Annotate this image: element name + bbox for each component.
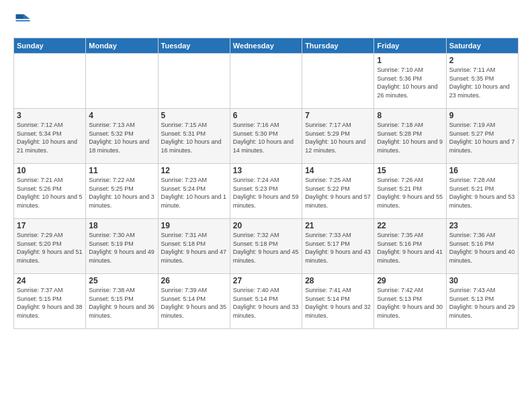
day-info: Sunrise: 7:36 AM Sunset: 5:16 PM Dayligh… bbox=[449, 231, 515, 265]
day-number: 22 bbox=[377, 221, 443, 230]
calendar-day-cell: 30Sunrise: 7:43 AM Sunset: 5:13 PM Dayli… bbox=[446, 274, 518, 329]
day-number: 19 bbox=[161, 221, 227, 230]
calendar-day-cell: 24Sunrise: 7:37 AM Sunset: 5:15 PM Dayli… bbox=[14, 274, 86, 329]
calendar-day-cell: 16Sunrise: 7:28 AM Sunset: 5:21 PM Dayli… bbox=[446, 164, 518, 219]
calendar-week-row: 24Sunrise: 7:37 AM Sunset: 5:15 PM Dayli… bbox=[14, 274, 519, 329]
day-info: Sunrise: 7:24 AM Sunset: 5:23 PM Dayligh… bbox=[233, 176, 299, 210]
day-number: 10 bbox=[17, 166, 83, 175]
day-number: 8 bbox=[377, 111, 443, 120]
calendar-day-cell bbox=[158, 54, 230, 109]
calendar-body: 1Sunrise: 7:10 AM Sunset: 5:36 PM Daylig… bbox=[14, 54, 519, 329]
header bbox=[13, 11, 519, 30]
day-number: 29 bbox=[377, 276, 443, 285]
day-info: Sunrise: 7:29 AM Sunset: 5:20 PM Dayligh… bbox=[17, 231, 83, 265]
calendar-day-cell: 27Sunrise: 7:40 AM Sunset: 5:14 PM Dayli… bbox=[230, 274, 302, 329]
calendar-day-cell: 19Sunrise: 7:31 AM Sunset: 5:18 PM Dayli… bbox=[158, 219, 230, 274]
day-number: 30 bbox=[449, 276, 515, 285]
calendar-day-cell: 23Sunrise: 7:36 AM Sunset: 5:16 PM Dayli… bbox=[446, 219, 518, 274]
day-number: 7 bbox=[305, 111, 371, 120]
day-info: Sunrise: 7:26 AM Sunset: 5:21 PM Dayligh… bbox=[377, 176, 443, 210]
calendar-day-cell: 10Sunrise: 7:21 AM Sunset: 5:26 PM Dayli… bbox=[14, 164, 86, 219]
day-number: 6 bbox=[233, 111, 299, 120]
day-info: Sunrise: 7:18 AM Sunset: 5:28 PM Dayligh… bbox=[377, 121, 443, 154]
calendar-day-cell: 26Sunrise: 7:39 AM Sunset: 5:14 PM Dayli… bbox=[158, 274, 230, 329]
calendar-week-row: 10Sunrise: 7:21 AM Sunset: 5:26 PM Dayli… bbox=[14, 164, 519, 219]
day-info: Sunrise: 7:17 AM Sunset: 5:29 PM Dayligh… bbox=[305, 121, 371, 154]
day-info: Sunrise: 7:35 AM Sunset: 5:16 PM Dayligh… bbox=[377, 231, 443, 265]
day-info: Sunrise: 7:37 AM Sunset: 5:15 PM Dayligh… bbox=[17, 286, 83, 320]
day-number: 4 bbox=[89, 111, 154, 120]
day-info: Sunrise: 7:13 AM Sunset: 5:32 PM Dayligh… bbox=[89, 121, 154, 154]
svg-rect-2 bbox=[16, 14, 24, 19]
logo-icon bbox=[13, 11, 32, 30]
day-number: 11 bbox=[89, 166, 154, 175]
day-number: 27 bbox=[233, 276, 299, 285]
calendar-day-cell bbox=[14, 54, 86, 109]
day-number: 21 bbox=[305, 221, 371, 230]
day-number: 18 bbox=[89, 221, 154, 230]
calendar-day-cell: 12Sunrise: 7:23 AM Sunset: 5:24 PM Dayli… bbox=[158, 164, 230, 219]
calendar-day-cell: 14Sunrise: 7:25 AM Sunset: 5:22 PM Dayli… bbox=[302, 164, 374, 219]
day-number: 25 bbox=[89, 276, 154, 285]
calendar-day-cell: 11Sunrise: 7:22 AM Sunset: 5:25 PM Dayli… bbox=[86, 164, 158, 219]
day-number: 13 bbox=[233, 166, 299, 175]
day-info: Sunrise: 7:42 AM Sunset: 5:13 PM Dayligh… bbox=[377, 286, 443, 320]
day-info: Sunrise: 7:23 AM Sunset: 5:24 PM Dayligh… bbox=[161, 176, 227, 210]
day-info: Sunrise: 7:43 AM Sunset: 5:13 PM Dayligh… bbox=[449, 286, 515, 320]
calendar-week-row: 3Sunrise: 7:12 AM Sunset: 5:34 PM Daylig… bbox=[14, 109, 519, 164]
calendar-day-cell: 1Sunrise: 7:10 AM Sunset: 5:36 PM Daylig… bbox=[374, 54, 446, 109]
day-info: Sunrise: 7:15 AM Sunset: 5:31 PM Dayligh… bbox=[161, 121, 227, 154]
day-info: Sunrise: 7:38 AM Sunset: 5:15 PM Dayligh… bbox=[89, 286, 154, 320]
calendar-day-cell: 28Sunrise: 7:41 AM Sunset: 5:14 PM Dayli… bbox=[302, 274, 374, 329]
day-of-week-header: Tuesday bbox=[158, 38, 230, 54]
calendar-day-cell bbox=[86, 54, 158, 109]
calendar-table: SundayMondayTuesdayWednesdayThursdayFrid… bbox=[13, 38, 519, 329]
calendar-day-cell: 22Sunrise: 7:35 AM Sunset: 5:16 PM Dayli… bbox=[374, 219, 446, 274]
day-number: 17 bbox=[17, 221, 83, 230]
day-of-week-header: Thursday bbox=[302, 38, 374, 54]
day-info: Sunrise: 7:21 AM Sunset: 5:26 PM Dayligh… bbox=[17, 176, 83, 210]
day-info: Sunrise: 7:33 AM Sunset: 5:17 PM Dayligh… bbox=[305, 231, 371, 265]
calendar-header-row: SundayMondayTuesdayWednesdayThursdayFrid… bbox=[14, 38, 519, 54]
calendar-day-cell: 13Sunrise: 7:24 AM Sunset: 5:23 PM Dayli… bbox=[230, 164, 302, 219]
day-number: 2 bbox=[449, 56, 515, 65]
day-info: Sunrise: 7:25 AM Sunset: 5:22 PM Dayligh… bbox=[305, 176, 371, 210]
day-info: Sunrise: 7:12 AM Sunset: 5:34 PM Dayligh… bbox=[17, 121, 83, 154]
day-info: Sunrise: 7:39 AM Sunset: 5:14 PM Dayligh… bbox=[161, 286, 227, 320]
calendar-day-cell: 20Sunrise: 7:32 AM Sunset: 5:18 PM Dayli… bbox=[230, 219, 302, 274]
day-info: Sunrise: 7:30 AM Sunset: 5:19 PM Dayligh… bbox=[89, 231, 154, 265]
day-info: Sunrise: 7:41 AM Sunset: 5:14 PM Dayligh… bbox=[305, 286, 371, 320]
calendar-day-cell: 21Sunrise: 7:33 AM Sunset: 5:17 PM Dayli… bbox=[302, 219, 374, 274]
logo bbox=[13, 11, 35, 30]
day-number: 14 bbox=[305, 166, 371, 175]
day-info: Sunrise: 7:32 AM Sunset: 5:18 PM Dayligh… bbox=[233, 231, 299, 265]
calendar-day-cell: 5Sunrise: 7:15 AM Sunset: 5:31 PM Daylig… bbox=[158, 109, 230, 164]
calendar-week-row: 17Sunrise: 7:29 AM Sunset: 5:20 PM Dayli… bbox=[14, 219, 519, 274]
calendar-day-cell: 29Sunrise: 7:42 AM Sunset: 5:13 PM Dayli… bbox=[374, 274, 446, 329]
day-number: 24 bbox=[17, 276, 83, 285]
calendar-day-cell: 15Sunrise: 7:26 AM Sunset: 5:21 PM Dayli… bbox=[374, 164, 446, 219]
calendar-day-cell: 25Sunrise: 7:38 AM Sunset: 5:15 PM Dayli… bbox=[86, 274, 158, 329]
day-number: 5 bbox=[161, 111, 227, 120]
calendar-week-row: 1Sunrise: 7:10 AM Sunset: 5:36 PM Daylig… bbox=[14, 54, 519, 109]
day-info: Sunrise: 7:16 AM Sunset: 5:30 PM Dayligh… bbox=[233, 121, 299, 154]
day-of-week-header: Sunday bbox=[14, 38, 86, 54]
calendar-day-cell: 8Sunrise: 7:18 AM Sunset: 5:28 PM Daylig… bbox=[374, 109, 446, 164]
day-of-week-header: Saturday bbox=[446, 38, 518, 54]
calendar-day-cell: 2Sunrise: 7:11 AM Sunset: 5:35 PM Daylig… bbox=[446, 54, 518, 109]
calendar-day-cell: 3Sunrise: 7:12 AM Sunset: 5:34 PM Daylig… bbox=[14, 109, 86, 164]
day-number: 28 bbox=[305, 276, 371, 285]
day-number: 16 bbox=[449, 166, 515, 175]
day-number: 3 bbox=[17, 111, 83, 120]
day-number: 26 bbox=[161, 276, 227, 285]
day-number: 9 bbox=[449, 111, 515, 120]
calendar-day-cell bbox=[230, 54, 302, 109]
day-number: 1 bbox=[377, 56, 443, 65]
svg-rect-3 bbox=[16, 20, 30, 21]
day-of-week-header: Monday bbox=[86, 38, 158, 54]
calendar-day-cell: 17Sunrise: 7:29 AM Sunset: 5:20 PM Dayli… bbox=[14, 219, 86, 274]
day-info: Sunrise: 7:22 AM Sunset: 5:25 PM Dayligh… bbox=[89, 176, 154, 210]
day-info: Sunrise: 7:19 AM Sunset: 5:27 PM Dayligh… bbox=[449, 121, 515, 154]
day-of-week-header: Friday bbox=[374, 38, 446, 54]
calendar-day-cell bbox=[302, 54, 374, 109]
